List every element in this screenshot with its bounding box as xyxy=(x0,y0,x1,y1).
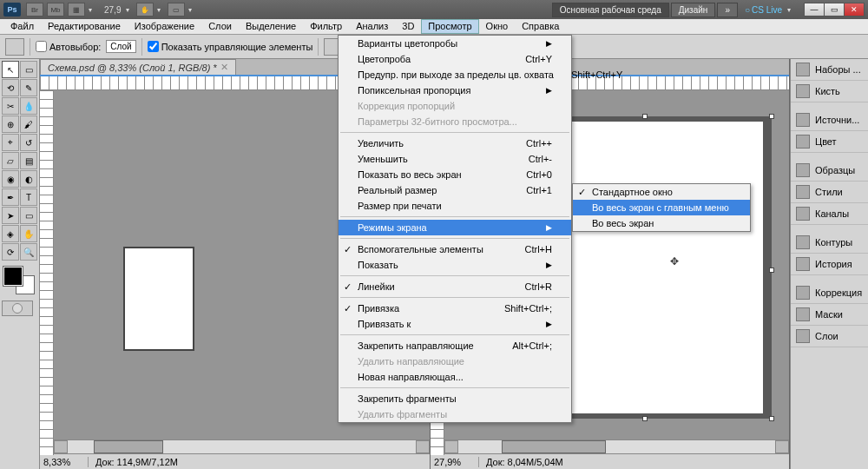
color-swatch[interactable] xyxy=(2,265,36,296)
menu-item[interactable]: Показать во весь экранCtrl+0 xyxy=(339,167,571,182)
crop-tool[interactable]: ✂ xyxy=(2,97,19,115)
dropdown-icon[interactable]: ▾ xyxy=(89,6,92,14)
cslive-button[interactable]: CS Live xyxy=(745,5,782,15)
panel-button[interactable]: Маски xyxy=(791,304,868,326)
menu-item[interactable]: УвеличитьCtrl++ xyxy=(339,135,571,151)
blur-tool[interactable]: ◉ xyxy=(2,170,19,188)
menu-файл[interactable]: Файл xyxy=(3,19,41,34)
panel-button[interactable]: Каналы xyxy=(791,203,868,225)
menu-item[interactable]: ✓Стандартное окно xyxy=(573,184,750,200)
eraser-tool[interactable]: ▱ xyxy=(2,152,19,169)
menu-item[interactable]: Размер при печати xyxy=(339,198,571,214)
menu-item[interactable]: Попиксельная пропорция▶ xyxy=(339,83,571,98)
layout-icon[interactable]: ▦ xyxy=(68,3,85,17)
menu-item[interactable]: ✓Вспомогательные элементыCtrl+H xyxy=(339,241,571,257)
close-button[interactable]: ✕ xyxy=(844,3,865,17)
menu-item[interactable]: Предупр. при выходе за пределы цв. охват… xyxy=(339,67,571,83)
quickmask-button[interactable] xyxy=(2,301,33,316)
panel-button[interactable]: Образцы xyxy=(791,160,868,182)
menu-item[interactable]: Привязать к▶ xyxy=(339,316,571,332)
menu-item[interactable]: УменьшитьCtrl+- xyxy=(339,151,571,167)
panel-button[interactable]: Кисть xyxy=(791,81,868,102)
hand-tool[interactable]: ✋ xyxy=(20,225,37,242)
dodge-tool[interactable]: ◐ xyxy=(20,170,37,188)
menu-просмотр[interactable]: Просмотр xyxy=(421,19,478,34)
menu-item[interactable]: Варианты цветопробы▶ xyxy=(339,36,571,51)
menu-item[interactable]: Закрепить фрагменты xyxy=(339,391,571,406)
status-docsize[interactable]: Док: 114,9M/7,12M xyxy=(89,457,185,467)
shape-tool[interactable]: ▭ xyxy=(20,207,37,224)
scrollbar[interactable] xyxy=(444,439,789,453)
quickselect-tool[interactable]: ✎ xyxy=(20,79,37,96)
arrange-icon[interactable]: ▭ xyxy=(168,3,185,17)
workspace-more-button[interactable]: » xyxy=(717,3,738,17)
maximize-button[interactable]: ▭ xyxy=(824,3,845,17)
panel-button[interactable]: Контуры xyxy=(791,232,868,254)
workspace-essentials-button[interactable]: Основная рабочая среда xyxy=(552,3,669,17)
menu-item[interactable]: Во весь экран xyxy=(573,215,750,231)
dropdown-icon[interactable]: ▾ xyxy=(188,6,192,14)
pen-tool[interactable]: ✒ xyxy=(2,188,19,206)
menu-выделение[interactable]: Выделение xyxy=(239,19,303,34)
workspace-design-button[interactable]: Дизайн xyxy=(671,3,716,17)
show-controls-checkbox[interactable]: Показать управляющие элементы xyxy=(148,41,313,52)
menu-слои[interactable]: Слои xyxy=(201,19,239,34)
path-tool[interactable]: ➤ xyxy=(2,207,19,224)
menu-item[interactable]: Новая направляющая... xyxy=(339,369,571,385)
panel-button[interactable]: Наборы ... xyxy=(791,59,868,81)
panel-button[interactable]: История xyxy=(791,254,868,275)
menu-item[interactable]: ✓ПривязкаShift+Ctrl+; xyxy=(339,301,571,316)
dropdown-icon[interactable]: ▾ xyxy=(157,6,161,14)
menu-item[interactable]: Реальный размерCtrl+1 xyxy=(339,182,571,198)
minibridge-icon[interactable]: Mb xyxy=(47,3,64,17)
panel-button[interactable]: Слои xyxy=(791,326,868,347)
zoom-level[interactable]: 27,9 xyxy=(104,5,121,15)
hand-icon[interactable]: ✋ xyxy=(136,3,154,17)
autoselect-checkbox[interactable]: Автовыбор: xyxy=(36,41,101,52)
menu-item[interactable]: Закрепить направляющиеAlt+Ctrl+; xyxy=(339,338,571,353)
canvas[interactable] xyxy=(123,247,194,351)
menu-анализ[interactable]: Анализ xyxy=(349,19,395,34)
menu-item[interactable]: Режимы экрана▶ xyxy=(339,220,571,235)
heal-tool[interactable]: ⊕ xyxy=(2,116,19,133)
brush-tool[interactable]: 🖌 xyxy=(20,116,37,133)
move-tool-preset-icon[interactable] xyxy=(5,38,24,56)
zoom-tool[interactable]: 🔍 xyxy=(20,243,37,261)
menu-3d[interactable]: 3D xyxy=(395,19,421,34)
move-tool[interactable]: ↖ xyxy=(2,61,19,78)
lasso-tool[interactable]: ⟲ xyxy=(2,79,19,96)
menu-изображение[interactable]: Изображение xyxy=(128,19,201,34)
document-tab[interactable]: Схема.psd @ 8,33% (Слой 1, RGB/8) *✕ xyxy=(40,59,236,75)
bridge-icon[interactable]: Br xyxy=(26,3,43,17)
gradient-tool[interactable]: ▤ xyxy=(20,152,37,169)
close-icon[interactable]: ✕ xyxy=(220,62,228,73)
minimize-button[interactable]: — xyxy=(804,3,825,17)
autoselect-select[interactable]: Слой xyxy=(106,40,135,53)
panel-button[interactable]: Стили xyxy=(791,182,868,203)
menu-item[interactable]: Показать▶ xyxy=(339,257,571,273)
scrollbar[interactable] xyxy=(54,439,430,453)
status-zoom[interactable]: 8,33% xyxy=(40,457,89,467)
menu-редактирование[interactable]: Редактирование xyxy=(41,19,128,34)
panel-button[interactable]: Цвет xyxy=(791,131,868,153)
menu-item[interactable]: Во весь экран с главным меню xyxy=(573,200,750,215)
panel-button[interactable]: Источни... xyxy=(791,109,868,131)
menu-окно[interactable]: Окно xyxy=(479,19,516,34)
menu-item[interactable]: ЦветопробаCtrl+Y xyxy=(339,51,571,67)
3d-tool[interactable]: ◈ xyxy=(2,225,19,242)
status-docsize[interactable]: Док: 8,04M/5,04M xyxy=(479,457,570,467)
text-tool[interactable]: T xyxy=(20,188,37,206)
rotate-tool[interactable]: ⟳ xyxy=(2,243,19,261)
stamp-tool[interactable]: ⌖ xyxy=(2,134,19,151)
panel-button[interactable]: Коррекция xyxy=(791,282,868,304)
dropdown-icon[interactable]: ▾ xyxy=(787,6,791,14)
menu-справка[interactable]: Справка xyxy=(515,19,566,34)
marquee-tool[interactable]: ▭ xyxy=(20,61,37,78)
dropdown-icon[interactable]: ▾ xyxy=(126,6,129,14)
eyedropper-tool[interactable]: 💧 xyxy=(20,97,37,115)
menu-фильтр[interactable]: Фильтр xyxy=(303,19,349,34)
status-zoom[interactable]: 27,9% xyxy=(431,457,479,467)
panel-icon xyxy=(796,286,810,300)
history-brush-tool[interactable]: ↺ xyxy=(20,134,37,151)
menu-item[interactable]: ✓ЛинейкиCtrl+R xyxy=(339,279,571,294)
